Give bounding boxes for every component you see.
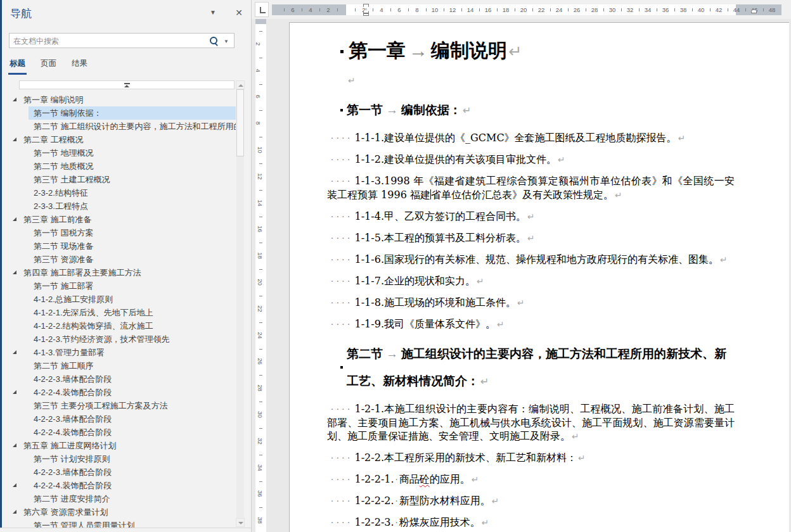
ruler-number: 4: [380, 6, 383, 13]
nav-tree-item[interactable]: 第二节 地质概况: [0, 160, 242, 173]
nav-tree-item[interactable]: 第一节 国税方案: [0, 226, 242, 239]
doc-heading[interactable]: 第一章→编制说明↵: [349, 38, 735, 64]
nav-tree-item[interactable]: 4-2-2-4.装饰配合阶段: [0, 479, 242, 492]
collapse-triangle-icon[interactable]: [13, 350, 16, 354]
space-mark: ·: [396, 475, 398, 484]
nav-tree-item[interactable]: 第三节 资源准备: [0, 253, 242, 266]
scrollbar-thumb[interactable]: [236, 89, 244, 156]
ruler-number: 36: [257, 491, 264, 498]
nav-tree-item[interactable]: 第三节 主要分项工程施工方案及方法: [0, 399, 242, 412]
nav-tree-item[interactable]: 4-1-2-1.先深后浅、先地下后地上: [0, 306, 242, 319]
nav-tree-item[interactable]: 4-1-2-3.节约经济资源，技术管理领先: [0, 332, 242, 346]
collapse-triangle-icon[interactable]: [13, 137, 16, 141]
document-page[interactable]: 第一章→编制说明↵↵第一节→编制依据：↵····1-1-1.建设单位提供的《_G…: [289, 22, 789, 532]
doc-paragraph[interactable]: ····1-1-2.建设单位提供的有关该项目审批文件。↵: [327, 153, 735, 167]
nav-tree-item[interactable]: 第一节 计划安排原则: [0, 452, 242, 466]
doc-paragraph[interactable]: ····1-2-1.本施工组织设计的主要内容有：编制说明、工程概况、施工前准备计…: [327, 402, 735, 443]
close-icon[interactable]: ✕: [233, 8, 245, 19]
scrollbar-track[interactable]: [236, 89, 244, 518]
nav-tree-item[interactable]: 第二节 施工顺序: [0, 359, 242, 372]
ruler-number: 6: [397, 6, 401, 13]
nav-tree-item[interactable]: 第四章 施工部署及主要施工方法: [0, 266, 242, 279]
text-run: 本工程的预算书及工料分析表。: [384, 232, 526, 244]
space-marks: ····: [331, 255, 353, 265]
doc-heading[interactable]: 第一节→编制依据：↵: [347, 96, 735, 124]
nav-tree-item[interactable]: 第一节 编制依据：: [0, 106, 242, 120]
nav-tree-item[interactable]: 第二节 进度安排简介: [0, 492, 242, 505]
text-run: 粉煤灰应用技术。: [399, 516, 480, 528]
collapse-triangle-icon[interactable]: [13, 270, 16, 274]
nav-item-label: 4-1-2-1.先深后浅、先地下后地上: [34, 308, 153, 317]
nav-tree-item[interactable]: 第二节 施工组织设计的主要内容，施工方法和工程所用的...: [0, 120, 242, 133]
collapse-triangle-icon[interactable]: [13, 217, 16, 221]
collapse-triangle-icon[interactable]: [13, 443, 16, 447]
doc-paragraph[interactable]: ····1-2-2-1.·商品砼的应用。↵: [327, 472, 735, 486]
nav-tree-item[interactable]: 4-2-2-4.装饰配合阶段: [0, 426, 242, 439]
doc-heading[interactable]: 第二节→施工组织设计的主要内容，施工方法和工程所用的新技术、新工艺、新材料情况简…: [347, 340, 735, 395]
doc-paragraph[interactable]: ····1-1-3.1998 年《福建省建筑工程综合预算定额福州市单位估价表》和…: [327, 174, 735, 202]
nav-tree-item[interactable]: 第五章 施工进度网络计划: [0, 439, 242, 452]
nav-tree-item[interactable]: 第六章 资源需求量计划: [0, 505, 242, 519]
nav-tree-item[interactable]: 4-2-2-3.墙体配合阶段: [0, 412, 242, 426]
nav-tree-item[interactable]: 第一节 施工部署: [0, 279, 242, 293]
nav-item-label: 第三节 资源准备: [34, 255, 94, 264]
nav-tree-item[interactable]: 4-1-2-2.结构装饰穿插、流水施工: [0, 319, 242, 332]
doc-paragraph[interactable]: ····1-1-4.甲、乙双方签订的工程合同书。↵: [327, 210, 735, 224]
doc-paragraph[interactable]: ····1-1-5.本工程的预算书及工料分析表。↵: [327, 231, 735, 245]
ruler-number: 14: [257, 200, 264, 206]
doc-empty-paragraph[interactable]: ↵: [347, 74, 735, 87]
jump-to-top-button[interactable]: [19, 80, 235, 89]
paragraph-mark: ↵: [526, 234, 534, 243]
horizontal-ruler: 6422468101214161820222426283032343638404…: [252, 0, 791, 19]
nav-tree-item[interactable]: 2-3-2.结构特征: [0, 186, 242, 200]
nav-tree-item[interactable]: 4-2-2-3.墙体配合阶段: [0, 466, 242, 479]
doc-paragraph[interactable]: ····1-1-6.国家现行的有关标准、规范、操作规程和地方政府现行的有关标准、…: [327, 253, 735, 267]
left-indent-marker[interactable]: [363, 13, 369, 16]
tab-pages[interactable]: 页面: [41, 58, 56, 75]
doc-paragraph[interactable]: ····1-1-8.施工现场的环境和施工条件。↵: [327, 296, 735, 310]
doc-paragraph[interactable]: ····1-1-7.企业的现状和实力。↵: [327, 274, 735, 288]
nav-item-label: 4-2-2-3.墙体配合阶段: [34, 374, 112, 384]
search-icon[interactable]: [210, 37, 217, 44]
nav-tree-item[interactable]: 第二章 工程概况: [0, 133, 242, 146]
ruler-number: 4: [309, 6, 312, 13]
search-input[interactable]: [12, 34, 205, 48]
ruler-number: 28: [257, 384, 264, 391]
nav-item-label: 4-1-2.总施工安排原则: [34, 294, 113, 304]
scroll-down-icon[interactable]: [236, 518, 245, 527]
search-options-chevron-icon[interactable]: ▼: [224, 39, 229, 44]
nav-tree-item[interactable]: 4-2-2-4.装饰配合阶段: [0, 386, 242, 399]
tab-headings[interactable]: 标题: [10, 58, 25, 75]
scroll-up-icon[interactable]: [236, 80, 245, 89]
space-marks: ····: [331, 298, 353, 308]
tab-results[interactable]: 结果: [72, 58, 87, 75]
nav-tree-item[interactable]: 第一节 地理概况: [0, 146, 242, 160]
nav-tree-item[interactable]: 第一节 管理人员需用量计划: [0, 519, 242, 528]
doc-paragraph[interactable]: ····1-1-9.我司《质量体系文件》。↵: [327, 317, 735, 331]
heading-text: 编制依据：: [401, 103, 461, 117]
nav-tree-item[interactable]: 第一章 编制说明: [0, 93, 242, 106]
tab-selector-button[interactable]: [255, 2, 269, 17]
doc-paragraph[interactable]: ····1-2-2-3.·粉煤灰应用技术。↵: [327, 516, 735, 529]
nav-tree-item[interactable]: 第三章 施工前准备: [0, 213, 242, 226]
doc-paragraph[interactable]: ····1-2-2-2.·新型防水材料应用。↵: [327, 494, 735, 508]
tree-scrollbar[interactable]: [236, 80, 245, 528]
nav-tree-item[interactable]: 第二节 现场准备: [0, 239, 242, 253]
nav-tree-item[interactable]: 4-1-2.总施工安排原则: [0, 293, 242, 306]
collapse-triangle-icon[interactable]: [13, 98, 16, 101]
ruler-number: 30: [257, 411, 264, 418]
collapse-triangle-icon[interactable]: [13, 390, 16, 394]
space-marks: ····: [331, 320, 353, 329]
nav-tree-item[interactable]: 4-1-3.管理力量部署: [0, 346, 242, 359]
nav-tree-item[interactable]: 4-2-2-3.墙体配合阶段: [0, 372, 242, 386]
collapse-triangle-icon[interactable]: [13, 510, 16, 514]
chevron-down-icon[interactable]: ▼: [208, 9, 218, 19]
collapse-triangle-icon[interactable]: [13, 483, 16, 487]
doc-paragraph[interactable]: ····1-2-2.本工程所采用的新技术、新工艺和新材料：↵: [327, 451, 735, 465]
text-run: 我司《质量体系文件》。: [384, 318, 496, 330]
doc-paragraph[interactable]: ····1-1-1.建设单位提供的《_GCMC》全套施工图纸及工程地质勘探报告。…: [327, 131, 735, 145]
ruler-number: 42: [716, 6, 723, 13]
nav-tree-item[interactable]: 第三节 土建工程概况: [0, 173, 242, 186]
paragraph-mark: ↵: [479, 376, 489, 387]
nav-tree-item[interactable]: 2-3-3.工程特点: [0, 200, 242, 213]
